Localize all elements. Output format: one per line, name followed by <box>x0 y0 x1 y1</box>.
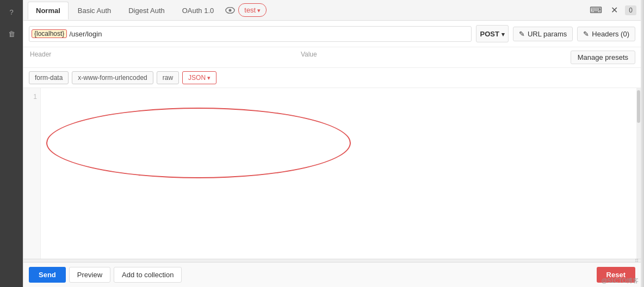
headers-icon: ✎ <box>583 30 589 38</box>
code-editor-area: 1 <box>23 88 641 259</box>
url-row: {localhost} POST ✎ URL params ✎ Headers … <box>23 21 641 47</box>
keyboard-icon[interactable]: ⌨ <box>588 3 603 18</box>
tab-digest-auth[interactable]: Digest Auth <box>120 2 173 20</box>
url-params-icon: ✎ <box>519 30 525 38</box>
method-chevron <box>501 30 505 38</box>
manage-presets-button[interactable]: Manage presets <box>571 51 635 64</box>
eye-icon[interactable] <box>223 5 237 16</box>
json-label: JSON <box>188 74 206 82</box>
tab-basic-auth[interactable]: Basic Auth <box>70 2 119 20</box>
body-tab-form-data[interactable]: form-data <box>29 71 69 84</box>
line-num-1: 1 <box>33 91 37 102</box>
body-tabs-row: form-data x-www-form-urlencoded raw JSON <box>23 68 641 88</box>
test-label: test <box>244 6 256 14</box>
test-badge[interactable]: test <box>238 3 267 17</box>
code-editor[interactable] <box>41 88 636 259</box>
action-row: Send Preview Add to collection Reset <box>23 262 641 287</box>
question-icon[interactable]: ? <box>4 4 19 20</box>
send-button[interactable]: Send <box>29 267 66 283</box>
watermark: @51CTO博客 <box>602 277 639 285</box>
tab-normal[interactable]: Normal <box>28 2 69 20</box>
line-numbers: 1 <box>23 88 41 259</box>
header-col-label: Header <box>29 51 295 64</box>
preview-button[interactable]: Preview <box>69 267 110 283</box>
svg-point-1 <box>229 9 232 11</box>
header-value-row: Header Value Manage presets <box>23 47 641 68</box>
headers-button[interactable]: ✎ Headers (0) <box>577 27 635 41</box>
method-label: POST <box>480 30 499 38</box>
body-tab-urlencoded[interactable]: x-www-form-urlencoded <box>72 71 153 84</box>
right-border <box>641 0 644 287</box>
url-variable: {localhost} <box>32 29 67 38</box>
test-chevron <box>257 6 261 14</box>
tab-oauth[interactable]: OAuth 1.0 <box>174 2 222 20</box>
scrollbar[interactable] <box>636 88 641 259</box>
value-col-label: Value <box>300 51 566 64</box>
add-to-collection-button[interactable]: Add to collection <box>114 267 182 283</box>
url-input-wrap[interactable]: {localhost} <box>29 26 472 42</box>
url-path-input[interactable] <box>67 27 471 41</box>
method-select[interactable]: POST <box>476 25 508 42</box>
scrollbar-thumb <box>637 90 640 123</box>
sidebar: ? 🗑 <box>0 0 23 287</box>
body-tab-json[interactable]: JSON <box>182 71 216 84</box>
url-params-button[interactable]: ✎ URL params <box>513 27 573 41</box>
tabs-row: Normal Basic Auth Digest Auth OAuth 1.0 … <box>23 0 641 21</box>
tabs-right-icons: ⌨ ✕ 0 <box>588 3 636 18</box>
badge-count: 0 <box>625 5 636 15</box>
trash-icon[interactable]: 🗑 <box>4 26 19 41</box>
body-tab-raw[interactable]: raw <box>157 71 179 84</box>
json-chevron <box>207 74 210 82</box>
settings-icon[interactable]: ✕ <box>606 3 622 18</box>
main-panel: Normal Basic Auth Digest Auth OAuth 1.0 … <box>23 0 641 287</box>
